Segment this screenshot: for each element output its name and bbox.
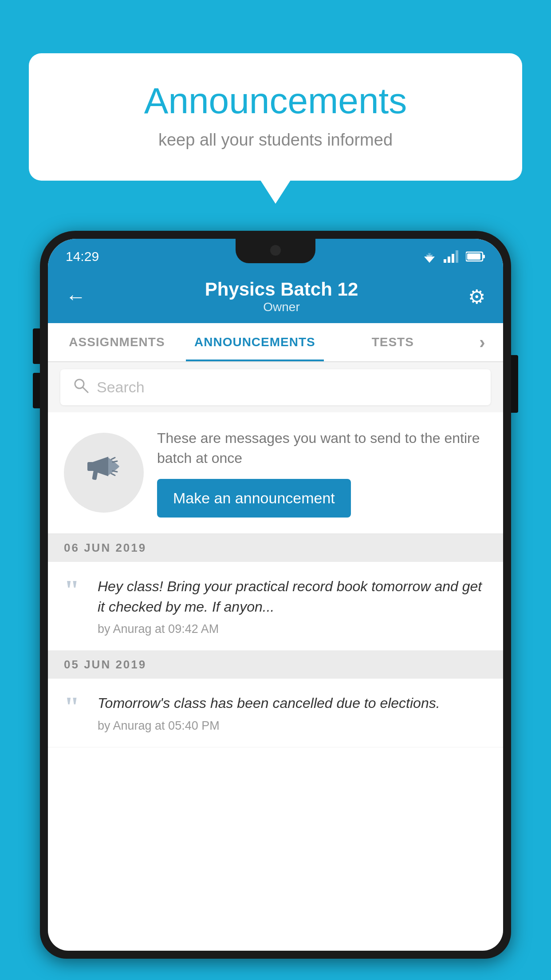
- date-separator-1: 06 JUN 2019: [48, 534, 503, 562]
- app-bar-title-area: Physics Batch 12 Owner: [95, 279, 468, 314]
- quote-icon-2: ": [64, 697, 86, 732]
- svg-rect-13: [87, 462, 94, 471]
- volume-up-button[interactable]: [33, 328, 40, 364]
- status-icons: [421, 250, 485, 263]
- signal-icon: [444, 250, 460, 263]
- svg-line-17: [111, 474, 115, 475]
- search-icon: [73, 377, 89, 397]
- tab-assignments[interactable]: ASSIGNMENTS: [48, 323, 186, 361]
- announcement-content-2: Tomorrow's class has been cancelled due …: [98, 693, 440, 732]
- phone-camera: [270, 245, 281, 256]
- phone-container: 14:29: [40, 231, 511, 980]
- status-time: 14:29: [66, 249, 99, 264]
- app-bar-title: Physics Batch 12: [95, 279, 468, 300]
- megaphone-icon: [84, 449, 124, 497]
- announcement-item-2[interactable]: " Tomorrow's class has been cancelled du…: [48, 679, 503, 747]
- app-bar: ← Physics Batch 12 Owner ⚙: [48, 270, 503, 323]
- svg-line-11: [83, 387, 88, 392]
- speech-bubble-area: Announcements keep all your students inf…: [29, 53, 522, 181]
- app-bar-subtitle: Owner: [95, 300, 468, 314]
- svg-rect-3: [444, 259, 446, 263]
- make-announcement-button[interactable]: Make an announcement: [157, 479, 351, 518]
- promo-block: These are messages you want to send to t…: [48, 412, 503, 534]
- bubble-subtitle: keep all your students informed: [64, 130, 487, 150]
- promo-text-area: These are messages you want to send to t…: [157, 428, 487, 518]
- svg-rect-9: [467, 253, 480, 260]
- promo-description: These are messages you want to send to t…: [157, 428, 487, 468]
- svg-line-16: [113, 471, 117, 472]
- announcement-meta-1: by Anurag at 09:42 AM: [98, 622, 487, 636]
- battery-icon: [466, 251, 485, 262]
- announcement-content-1: Hey class! Bring your practical record b…: [98, 576, 487, 636]
- tab-tests[interactable]: TESTS: [324, 323, 462, 361]
- wifi-icon: [421, 250, 437, 263]
- search-input-wrapper[interactable]: Search: [60, 369, 491, 405]
- announcement-meta-2: by Anurag at 05:40 PM: [98, 719, 440, 733]
- svg-line-15: [113, 461, 117, 462]
- tabs-bar: ASSIGNMENTS ANNOUNCEMENTS TESTS ›: [48, 323, 503, 362]
- search-container: Search: [48, 362, 503, 412]
- announcement-text-2: Tomorrow's class has been cancelled due …: [98, 693, 440, 713]
- bubble-title: Announcements: [64, 80, 487, 122]
- svg-rect-8: [483, 255, 485, 258]
- phone-notch: [236, 239, 315, 263]
- svg-rect-18: [92, 470, 98, 480]
- power-button[interactable]: [511, 355, 518, 413]
- phone-outer: 14:29: [40, 231, 511, 959]
- announcement-text-1: Hey class! Bring your practical record b…: [98, 576, 487, 617]
- volume-down-button[interactable]: [33, 373, 40, 408]
- svg-line-14: [111, 458, 115, 459]
- settings-icon[interactable]: ⚙: [468, 285, 485, 308]
- search-input[interactable]: Search: [97, 379, 145, 396]
- tab-announcements[interactable]: ANNOUNCEMENTS: [186, 323, 324, 361]
- phone-screen: 14:29: [48, 239, 503, 951]
- back-button[interactable]: ←: [66, 285, 86, 308]
- announcement-item-1[interactable]: " Hey class! Bring your practical record…: [48, 562, 503, 651]
- speech-bubble: Announcements keep all your students inf…: [29, 53, 522, 181]
- svg-rect-6: [456, 250, 458, 263]
- quote-icon-1: ": [64, 581, 86, 636]
- tab-more[interactable]: ›: [462, 323, 503, 361]
- date-separator-2: 05 JUN 2019: [48, 651, 503, 679]
- svg-rect-5: [452, 254, 454, 263]
- promo-icon-circle: [64, 433, 144, 513]
- svg-rect-4: [448, 257, 450, 263]
